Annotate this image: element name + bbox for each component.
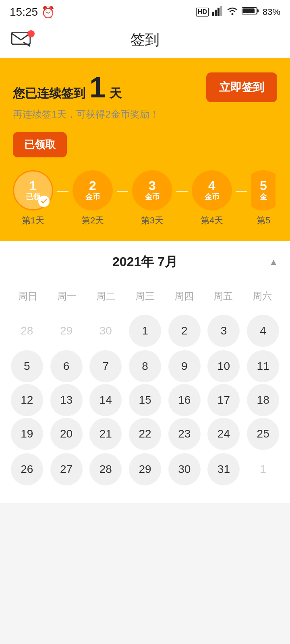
cal-day[interactable]: 18	[247, 384, 279, 416]
cal-day[interactable]: 24	[207, 418, 240, 450]
streak-prefix: 您已连续签到	[13, 85, 85, 102]
day-coin-2: 金币	[85, 192, 100, 202]
check-badge-1	[38, 196, 50, 207]
days-row: 1 已领 第1天 — 2 金币 第2天 — 3 金币	[13, 170, 277, 241]
day-item-2: 2 金币 第2天	[72, 170, 113, 227]
cal-day[interactable]: 17	[207, 384, 240, 416]
alarm-icon: ⏰	[41, 6, 55, 19]
day-label-1: 第1天	[22, 215, 44, 227]
day-label-2: 第2天	[81, 215, 104, 227]
day-item-1: 1 已领 第1天	[13, 170, 53, 227]
cal-day[interactable]: 14	[89, 384, 122, 416]
cal-day[interactable]: 2	[168, 315, 201, 347]
day-circle-1: 1 已领	[13, 170, 53, 211]
signal-icon	[212, 6, 223, 18]
cal-day[interactable]: 28	[89, 453, 122, 485]
day-circle-5: 5 金	[251, 170, 276, 211]
day-circle-3: 3 金币	[132, 170, 172, 211]
cal-day[interactable]: 1	[244, 452, 282, 487]
day-label-4: 第4天	[201, 215, 223, 227]
sign-in-banner: 您已连续签到 1 天 立即签到 再连续签1天，可获得2金币奖励！ 已领取 1 已…	[0, 58, 290, 241]
header: 签到	[0, 23, 290, 58]
cal-day[interactable]: 19	[11, 418, 43, 450]
day-coin-3: 金币	[145, 192, 160, 202]
day-num-3: 3	[149, 179, 156, 192]
day-label-5: 第5	[257, 215, 270, 227]
header-mail-icon[interactable]	[11, 32, 32, 49]
weekday-wed: 周三	[125, 283, 164, 309]
time-display: 15:25	[10, 6, 38, 19]
day-item-5: 5 金 第5	[251, 170, 276, 227]
cal-day[interactable]: 25	[247, 418, 279, 450]
cal-day[interactable]: 6	[50, 350, 83, 382]
day-dash-1: —	[57, 184, 68, 197]
streak-number: 1	[89, 73, 106, 102]
svg-rect-3	[220, 6, 222, 16]
cal-day[interactable]: 31	[207, 453, 240, 485]
cal-day[interactable]: 3	[207, 315, 240, 347]
cal-day[interactable]: 30	[87, 313, 124, 349]
cal-day[interactable]: 21	[89, 418, 122, 450]
streak-info: 您已连续签到 1 天	[13, 73, 122, 102]
svg-rect-1	[215, 10, 217, 16]
battery-icon	[242, 6, 259, 18]
status-bar: 15:25 ⏰ HD	[0, 0, 290, 23]
day-item-4: 4 金币 第4天	[192, 170, 232, 227]
weekday-mon: 周一	[47, 283, 86, 309]
cal-day[interactable]: 23	[168, 418, 201, 450]
calendar-section: 2021年 7月 ▲ 周日 周一 周二 周三 周四 周五 周六 28 29 30…	[0, 241, 290, 503]
claimed-label: 已领取	[13, 132, 67, 157]
day-item-3: 3 金币 第3天	[132, 170, 172, 227]
wifi-icon	[226, 6, 238, 18]
cal-day[interactable]: 15	[129, 384, 161, 416]
day-coin-5: 金	[260, 192, 267, 202]
svg-rect-7	[242, 8, 255, 13]
svg-rect-6	[257, 9, 259, 12]
cal-day[interactable]: 22	[129, 418, 161, 450]
cal-day[interactable]: 26	[11, 453, 43, 485]
cal-day[interactable]: 20	[50, 418, 83, 450]
cal-day[interactable]: 27	[50, 453, 83, 485]
streak-suffix: 天	[110, 85, 122, 102]
status-time: 15:25 ⏰	[10, 6, 55, 19]
cal-day[interactable]: 12	[11, 384, 43, 416]
cal-day[interactable]: 11	[247, 350, 279, 382]
weekday-tue: 周二	[86, 283, 125, 309]
banner-subtitle: 再连续签1天，可获得2金币奖励！	[13, 108, 277, 121]
calendar-header: 2021年 7月 ▲	[8, 241, 282, 279]
sign-in-button[interactable]: 立即签到	[206, 72, 277, 102]
cal-day[interactable]: 4	[247, 315, 279, 347]
cal-day[interactable]: 30	[168, 453, 201, 485]
cal-day[interactable]: 9	[168, 350, 201, 382]
svg-rect-0	[212, 12, 214, 16]
day-label-3: 第3天	[141, 215, 164, 227]
cal-day[interactable]: 28	[8, 313, 46, 349]
weekday-fri: 周五	[204, 283, 243, 309]
cal-day[interactable]: 5	[11, 350, 43, 382]
day-dash-3: —	[176, 184, 188, 197]
weekday-sun: 周日	[8, 283, 47, 309]
hd-badge: HD	[196, 8, 209, 17]
cal-day[interactable]: 1	[129, 315, 161, 347]
day-dash-2: —	[117, 184, 128, 197]
cal-day[interactable]: 13	[50, 384, 83, 416]
cal-day[interactable]: 10	[207, 350, 240, 382]
calendar-weekdays: 周日 周一 周二 周三 周四 周五 周六	[8, 283, 282, 309]
cal-day[interactable]: 29	[48, 313, 85, 349]
calendar-collapse-icon[interactable]: ▲	[269, 257, 278, 267]
page-title: 签到	[130, 30, 160, 50]
cal-day[interactable]: 29	[129, 453, 161, 485]
mail-badge	[27, 30, 35, 37]
svg-point-4	[231, 13, 233, 15]
day-num-2: 2	[89, 179, 96, 192]
status-right: HD 83%	[196, 6, 280, 18]
cal-day[interactable]: 8	[129, 350, 161, 382]
calendar-title: 2021年 7月	[112, 253, 178, 271]
day-circle-4: 4 金币	[192, 170, 232, 211]
svg-rect-2	[218, 8, 220, 16]
battery-percent: 83%	[263, 7, 280, 17]
day-dash-4: —	[236, 184, 247, 197]
weekday-thu: 周四	[165, 283, 204, 309]
cal-day[interactable]: 7	[89, 350, 122, 382]
cal-day[interactable]: 16	[168, 384, 201, 416]
